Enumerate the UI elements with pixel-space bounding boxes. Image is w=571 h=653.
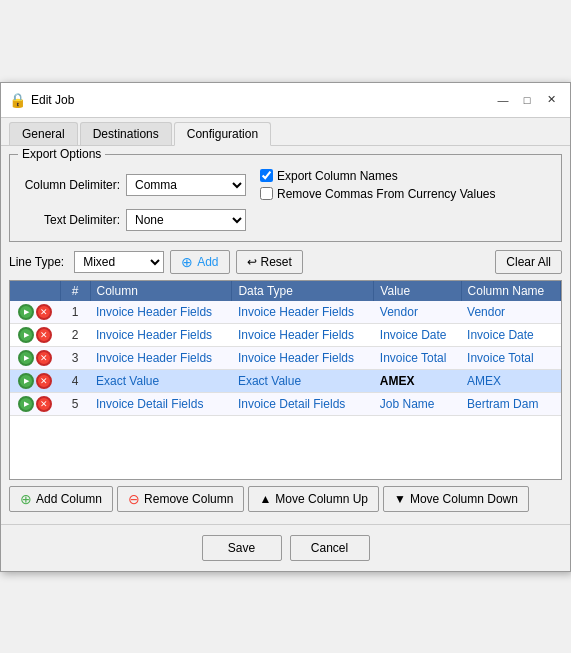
add-column-label: Add Column [36, 492, 102, 506]
row-icon-group [16, 396, 54, 412]
tab-configuration[interactable]: Configuration [174, 122, 271, 146]
row-data-type: Invoice Header Fields [232, 301, 374, 324]
remove-column-button[interactable]: ⊖ Remove Column [117, 486, 244, 512]
row-play-icon[interactable] [18, 327, 34, 343]
table-row[interactable]: 2Invoice Header FieldsInvoice Header Fie… [10, 323, 561, 346]
row-play-icon[interactable] [18, 304, 34, 320]
row-value: Job Name [374, 392, 461, 415]
content-area: Export Options Column Delimiter: Comma T… [1, 146, 570, 520]
col-header-column-name: Column Name [461, 281, 560, 301]
row-column: Invoice Header Fields [90, 323, 232, 346]
tab-bar: General Destinations Configuration [1, 118, 570, 146]
window-icon: 🔒 [9, 92, 25, 108]
move-down-icon: ▼ [394, 492, 406, 506]
edit-job-window: 🔒 Edit Job — □ ✕ General Destinations Co… [0, 82, 571, 572]
column-delimiter-select[interactable]: Comma Tab Semicolon Pipe [126, 174, 246, 196]
row-data-type: Exact Value [232, 369, 374, 392]
row-column-name: Invoice Total [461, 346, 560, 369]
move-column-up-button[interactable]: ▲ Move Column Up [248, 486, 379, 512]
clear-all-button[interactable]: Clear All [495, 250, 562, 274]
cancel-button[interactable]: Cancel [290, 535, 370, 561]
add-button[interactable]: ⊕ Add [170, 250, 229, 274]
row-delete-icon[interactable] [36, 396, 52, 412]
export-column-names-label: Export Column Names [277, 169, 398, 183]
row-delete-icon[interactable] [36, 327, 52, 343]
columns-table-container: # Column Data Type Value Column Name 1In… [9, 280, 562, 480]
col-header-value: Value [374, 281, 461, 301]
export-column-names-checkbox[interactable] [260, 169, 273, 182]
maximize-button[interactable]: □ [516, 89, 538, 111]
row-data-type: Invoice Detail Fields [232, 392, 374, 415]
row-delete-icon[interactable] [36, 350, 52, 366]
footer: Save Cancel [1, 524, 570, 571]
row-icons-cell [10, 301, 60, 324]
line-type-label: Line Type: [9, 255, 64, 269]
move-down-label: Move Column Down [410, 492, 518, 506]
text-delimiter-label: Text Delimiter: [20, 213, 120, 227]
remove-commas-checkbox[interactable] [260, 187, 273, 200]
columns-table: # Column Data Type Value Column Name 1In… [10, 281, 561, 416]
reset-icon: ↩ [247, 255, 257, 269]
row-play-icon[interactable] [18, 350, 34, 366]
row-data-type: Invoice Header Fields [232, 346, 374, 369]
table-row[interactable]: 5Invoice Detail FieldsInvoice Detail Fie… [10, 392, 561, 415]
row-icons-cell [10, 323, 60, 346]
row-column: Exact Value [90, 369, 232, 392]
export-column-names-checkbox-row[interactable]: Export Column Names [260, 169, 496, 183]
table-row[interactable]: 3Invoice Header FieldsInvoice Header Fie… [10, 346, 561, 369]
reset-label: Reset [261, 255, 292, 269]
tab-destinations[interactable]: Destinations [80, 122, 172, 145]
row-delete-icon[interactable] [36, 373, 52, 389]
row-num: 1 [60, 301, 90, 324]
row-play-icon[interactable] [18, 396, 34, 412]
row-num: 2 [60, 323, 90, 346]
add-column-icon: ⊕ [20, 491, 32, 507]
text-delimiter-row: Text Delimiter: None Double Quote Single… [20, 209, 551, 231]
row-column-name: Vendor [461, 301, 560, 324]
export-options-label: Export Options [18, 147, 105, 161]
row-column: Invoice Header Fields [90, 346, 232, 369]
line-type-select[interactable]: Mixed Header Detail [74, 251, 164, 273]
row-value: Invoice Date [374, 323, 461, 346]
tab-general[interactable]: General [9, 122, 78, 145]
row-icons-cell [10, 392, 60, 415]
row-delete-icon[interactable] [36, 304, 52, 320]
window-controls: — □ ✕ [492, 89, 562, 111]
bottom-button-bar: ⊕ Add Column ⊖ Remove Column ▲ Move Colu… [9, 486, 562, 512]
save-button[interactable]: Save [202, 535, 282, 561]
row-column-name: Invoice Date [461, 323, 560, 346]
remove-column-icon: ⊖ [128, 491, 140, 507]
table-row[interactable]: 4Exact ValueExact ValueAMEXAMEX [10, 369, 561, 392]
row-num: 4 [60, 369, 90, 392]
row-num: 3 [60, 346, 90, 369]
row-column-name: Bertram Dam [461, 392, 560, 415]
row-num: 5 [60, 392, 90, 415]
row-icon-group [16, 304, 54, 320]
row-icon-group [16, 373, 54, 389]
add-column-button[interactable]: ⊕ Add Column [9, 486, 113, 512]
row-column: Invoice Detail Fields [90, 392, 232, 415]
text-delimiter-select[interactable]: None Double Quote Single Quote [126, 209, 246, 231]
add-circle-icon: ⊕ [181, 254, 193, 270]
row-icons-cell [10, 346, 60, 369]
remove-commas-label: Remove Commas From Currency Values [277, 187, 496, 201]
move-up-icon: ▲ [259, 492, 271, 506]
table-row[interactable]: 1Invoice Header FieldsInvoice Header Fie… [10, 301, 561, 324]
add-label: Add [197, 255, 218, 269]
reset-button[interactable]: ↩ Reset [236, 250, 303, 274]
row-icon-group [16, 350, 54, 366]
export-checkboxes: Export Column Names Remove Commas From C… [260, 169, 496, 201]
clear-all-label: Clear All [506, 255, 551, 269]
remove-commas-checkbox-row[interactable]: Remove Commas From Currency Values [260, 187, 496, 201]
col-header-column: Column [90, 281, 232, 301]
minimize-button[interactable]: — [492, 89, 514, 111]
table-header-row: # Column Data Type Value Column Name [10, 281, 561, 301]
col-header-data-type: Data Type [232, 281, 374, 301]
move-column-down-button[interactable]: ▼ Move Column Down [383, 486, 529, 512]
column-delimiter-row: Column Delimiter: Comma Tab Semicolon Pi… [20, 169, 551, 201]
row-column-name: AMEX [461, 369, 560, 392]
row-play-icon[interactable] [18, 373, 34, 389]
row-value: Vendor [374, 301, 461, 324]
title-bar: 🔒 Edit Job — □ ✕ [1, 83, 570, 118]
close-button[interactable]: ✕ [540, 89, 562, 111]
